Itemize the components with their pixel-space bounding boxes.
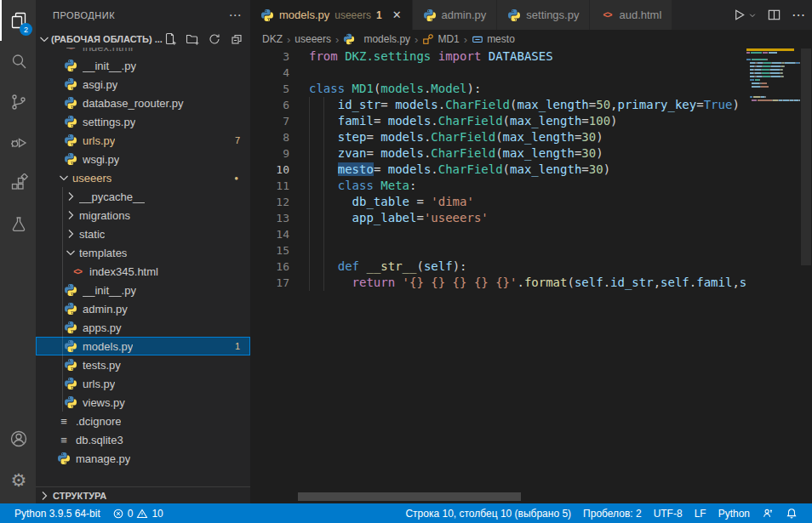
horizontal-scrollbar[interactable] — [298, 492, 521, 501]
tree-item-templates[interactable]: templates — [36, 243, 250, 262]
python-icon — [507, 9, 521, 22]
outline-section-header[interactable]: СТРУКТУРА — [36, 486, 250, 503]
code-line-5[interactable]: 5class MD1(models.Model): — [250, 81, 746, 97]
file-icon: ≡ — [57, 414, 71, 428]
tree-item-views.py[interactable]: views.py — [36, 393, 250, 412]
workspace-section-header[interactable]: (РАБОЧАЯ ОБЛАСТЬ) ... — [36, 30, 250, 48]
code-line-11[interactable]: 11 class Meta: — [250, 178, 746, 194]
tree-item-manage.py[interactable]: manage.py — [36, 449, 250, 468]
activity-item-source-control[interactable] — [0, 82, 36, 122]
tree-item-useeers[interactable]: useeers● — [36, 168, 250, 187]
feedback-button[interactable] — [756, 503, 780, 523]
activity-bar: 2 — [0, 0, 36, 503]
notifications-button[interactable] — [780, 503, 803, 523]
code-line-8[interactable]: 8 step= models.CharField(max_length=30) — [250, 129, 746, 145]
code-line-6[interactable]: 6 id_str= models.CharField(max_length=50… — [250, 97, 746, 113]
tab-settings.py[interactable]: settings.py — [497, 0, 590, 30]
tree-item-asgi.py[interactable]: asgi.py — [36, 75, 250, 94]
tab-models.py[interactable]: models.pyuseeers1✕ — [250, 0, 413, 30]
vertical-scrollbar[interactable] — [800, 48, 812, 484]
line-number: 8 — [250, 129, 289, 145]
python-icon — [64, 358, 77, 372]
code-line-13[interactable]: 13 app_label='useeers' — [250, 210, 746, 226]
activity-item-settings[interactable]: ⚙ — [0, 459, 36, 500]
tree-item-label: admin.py — [83, 303, 128, 316]
tree-item-index345.html[interactable]: <>index345.html — [36, 262, 250, 281]
code-line-7[interactable]: 7 famil= models.CharField(max_length=100… — [250, 113, 746, 129]
tree-item-__pycache__[interactable]: __pycache__ — [36, 187, 250, 206]
tab-aud.html[interactable]: <>aud.html — [590, 0, 672, 30]
activity-item-account[interactable] — [0, 418, 36, 459]
sidebar-title-row: ПРОВОДНИК ⋯ — [36, 0, 250, 30]
line-number: 9 — [250, 145, 289, 162]
split-editor-icon[interactable] — [767, 8, 781, 22]
tree-item-label: __pycache__ — [79, 190, 145, 203]
collapse-all-icon[interactable] — [230, 32, 243, 46]
indentation-status[interactable]: Пробелов: 2 — [577, 503, 648, 523]
python-icon — [64, 395, 77, 409]
new-file-icon[interactable] — [163, 32, 177, 46]
section-actions — [163, 32, 243, 46]
minimap[interactable] — [746, 48, 800, 103]
breadcrumb-item-useeers[interactable]: useeers — [294, 33, 331, 45]
close-tab-icon[interactable]: ✕ — [392, 9, 402, 21]
code-line-14[interactable]: 14 — [250, 226, 746, 242]
tab-admin.py[interactable]: admin.py — [413, 0, 498, 30]
vscode-window: 2 — [0, 0, 812, 523]
sidebar-more-actions-icon[interactable]: ⋯ — [229, 8, 243, 23]
code-line-9[interactable]: 9 zvan= models.CharField(max_length=30) — [250, 145, 746, 162]
tree-item-label: .dcignore — [76, 415, 121, 428]
refresh-icon[interactable] — [208, 32, 221, 46]
python-icon — [64, 77, 77, 91]
problems-status[interactable]: 0 10 — [106, 503, 169, 523]
breadcrumb-item-mesto[interactable]: mesto — [472, 33, 515, 45]
tree-item-wsgi.py[interactable]: wsgi.py — [36, 150, 250, 168]
warning-count: 10 — [152, 508, 163, 520]
code-editor[interactable]: 3from DKZ.settings import DATABASES45cla… — [250, 48, 800, 503]
breadcrumb-item-DKZ[interactable]: DKZ — [262, 33, 283, 45]
tree-item-apps.py[interactable]: apps.py — [36, 318, 250, 337]
editor-more-actions-icon[interactable]: ⋯ — [792, 7, 805, 23]
run-dropdown-chevron-icon[interactable] — [748, 11, 757, 20]
tree-item-static[interactable]: static — [36, 225, 250, 243]
activity-item-search[interactable] — [0, 41, 36, 82]
breadcrumb-separator: › — [464, 33, 467, 46]
new-folder-icon[interactable] — [186, 32, 199, 46]
run-python-file-button[interactable] — [732, 8, 757, 22]
tree-item-database_roouter.py[interactable]: database_roouter.py — [36, 94, 250, 112]
encoding-status[interactable]: UTF-8 — [648, 503, 689, 523]
tree-item-migrations[interactable]: migrations — [36, 206, 250, 225]
cursor-position-status[interactable]: Строка 10, столбец 10 (выбрано 5) — [399, 503, 577, 523]
eol-status[interactable]: LF — [689, 503, 712, 523]
code-line-12[interactable]: 12 db_table = 'dima' — [250, 194, 746, 210]
code-line-3[interactable]: 3from DKZ.settings import DATABASES — [250, 48, 746, 65]
code-line-15[interactable]: 15 — [250, 242, 746, 259]
breadcrumb-item-models.py[interactable]: models.py — [343, 33, 410, 45]
line-number: 12 — [250, 194, 289, 210]
tree-item-urls.py[interactable]: urls.py — [36, 374, 250, 393]
tree-item-.dcignore[interactable]: ≡.dcignore — [36, 412, 250, 430]
code-line-16[interactable]: 16 def __str__(self): — [250, 259, 746, 275]
code-line-17[interactable]: 17 return '{} {} {} {} {}'.format(self.i… — [250, 275, 746, 291]
python-interpreter-status[interactable]: Python 3.9.5 64-bit — [9, 503, 106, 523]
code-line-4[interactable]: 4 — [250, 65, 746, 81]
gear-icon: ⚙ — [11, 471, 27, 489]
tree-item-urls.py[interactable]: urls.py7 — [36, 131, 250, 150]
tree-item-models.py[interactable]: models.py1 — [36, 337, 250, 355]
code-line-10[interactable]: 10 mesto= models.CharField(max_length=30… — [250, 162, 746, 178]
breadcrumb-item-MD1[interactable]: MD1 — [422, 33, 459, 45]
account-icon — [9, 429, 29, 449]
tree-item-__init__.py[interactable]: __init__.py — [36, 56, 250, 75]
tree-item-__init__.py[interactable]: __init__.py — [36, 281, 250, 299]
tree-item-index.html[interactable]: <>index.html — [36, 48, 250, 56]
language-mode-status[interactable]: Python — [712, 503, 756, 523]
tree-item-admin.py[interactable]: admin.py — [36, 299, 250, 318]
tree-item-db.sqlite3[interactable]: ≡db.sqlite3 — [36, 430, 250, 449]
tree-item-tests.py[interactable]: tests.py — [36, 355, 250, 374]
activity-item-run-debug[interactable] — [0, 122, 36, 163]
line-number: 16 — [250, 259, 289, 275]
activity-item-testing[interactable] — [0, 204, 36, 245]
activity-item-explorer[interactable]: 2 — [0, 0, 36, 41]
tree-item-settings.py[interactable]: settings.py — [36, 112, 250, 131]
activity-item-extensions[interactable] — [0, 163, 36, 204]
